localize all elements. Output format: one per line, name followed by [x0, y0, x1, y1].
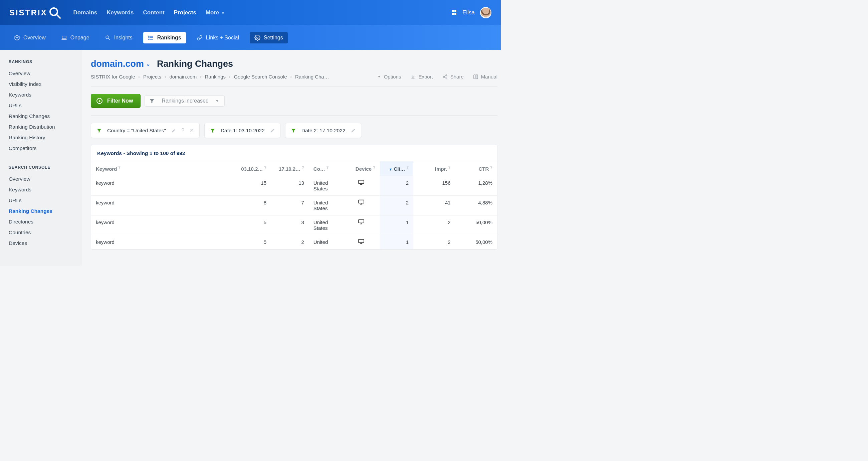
cell-date2: 3: [271, 215, 309, 235]
pencil-icon[interactable]: [171, 128, 176, 133]
magnifier-icon: [48, 6, 61, 19]
sidebar-item-keywords[interactable]: Keywords: [9, 89, 75, 100]
nav-content[interactable]: Content: [143, 9, 164, 16]
cell-clicks: 1: [380, 235, 413, 250]
help-icon[interactable]: ?: [302, 165, 304, 169]
sidebar-item-sc-ranking-changes[interactable]: Ranking Changes: [9, 206, 75, 217]
list-icon: [148, 35, 154, 41]
svg-point-6: [149, 39, 149, 39]
table-row[interactable]: keyword 5 3 United States 1 2 50,00%: [91, 215, 497, 235]
pencil-icon[interactable]: [351, 128, 355, 133]
nav-domains[interactable]: Domains: [73, 9, 97, 16]
cell-impr: 2: [413, 215, 455, 235]
help-icon[interactable]: ?: [406, 165, 409, 169]
logo[interactable]: SISTRIX: [9, 6, 61, 19]
crumb-2[interactable]: domain.com: [169, 74, 197, 80]
export-button[interactable]: Export: [410, 74, 433, 80]
sidebar-item-overview[interactable]: Overview: [9, 68, 75, 79]
crumb-1[interactable]: Projects: [143, 74, 161, 80]
cell-impr: 156: [413, 176, 455, 196]
pencil-icon[interactable]: [270, 128, 275, 133]
crumb-4[interactable]: Google Search Console: [234, 74, 287, 80]
nav-projects[interactable]: Projects: [174, 9, 196, 16]
svg-rect-12: [359, 200, 364, 203]
sidebar-item-urls[interactable]: URLs: [9, 100, 75, 111]
cell-device: [342, 215, 380, 235]
filter-chip-text: Date 2: 17.10.2022: [302, 127, 345, 134]
sidebar-item-ranking-changes[interactable]: Ranking Changes: [9, 111, 75, 122]
help-icon[interactable]: ?: [327, 165, 329, 169]
topbar: SISTRIX Domains Keywords Content Project…: [0, 0, 501, 25]
th-date2[interactable]: 17.10.2…?: [271, 161, 309, 176]
cell-date2: 2: [271, 235, 309, 250]
caret-down-icon: ▼: [215, 99, 219, 103]
cell-ctr: 50,00%: [455, 215, 497, 235]
th-country[interactable]: Co…?: [309, 161, 342, 176]
sidebar-item-sc-keywords[interactable]: Keywords: [9, 184, 75, 195]
crumb-0[interactable]: SISTRIX for Google: [91, 74, 135, 80]
cell-date2: 13: [271, 176, 309, 196]
help-icon[interactable]: ?: [490, 165, 492, 169]
sidebar-item-sc-overview[interactable]: Overview: [9, 174, 75, 184]
th-ctr[interactable]: CTR?: [455, 161, 497, 176]
manual-button[interactable]: Manual: [473, 74, 497, 80]
subtab-onpage[interactable]: Onpage: [56, 32, 94, 44]
sidebar-item-ranking-history[interactable]: Ranking History: [9, 132, 75, 143]
cell-country: United: [309, 235, 342, 250]
cell-impr: 41: [413, 196, 455, 215]
th-impr[interactable]: Impr.?: [413, 161, 455, 176]
sidebar-item-visibility-index[interactable]: Visibility Index: [9, 79, 75, 89]
subtab-rankings-label: Rankings: [157, 35, 181, 41]
laptop-icon: [61, 35, 67, 41]
help-icon[interactable]: ?: [448, 165, 451, 169]
subtab-overview[interactable]: Overview: [9, 32, 51, 44]
apps-grid-icon[interactable]: [452, 10, 457, 16]
nav-more[interactable]: More▼: [206, 9, 225, 16]
filter-now-button[interactable]: + Filter Now: [91, 94, 141, 108]
th-keyword[interactable]: Keyword?: [91, 161, 234, 176]
gear-icon: [254, 35, 260, 41]
keywords-card: Keywords - Showing 1 to 100 of 992 Keywo…: [91, 145, 497, 250]
table-row[interactable]: keyword 15 13 United States 2 156 1,28%: [91, 176, 497, 196]
sidebar-item-competitors[interactable]: Competitors: [9, 143, 75, 154]
th-clicks[interactable]: ▼Cli…?: [380, 161, 413, 176]
subtab-insights[interactable]: Insights: [100, 32, 137, 44]
help-icon[interactable]: ?: [181, 127, 184, 134]
domain-dropdown[interactable]: domain.com ⌄: [91, 59, 150, 69]
user-name[interactable]: Elisa: [462, 9, 475, 16]
crumb-3[interactable]: Rankings: [205, 74, 226, 80]
nav-keywords[interactable]: Keywords: [106, 9, 133, 16]
desktop-icon: [358, 239, 365, 244]
subtab-links-label: Links + Social: [206, 35, 239, 41]
avatar[interactable]: [480, 7, 491, 18]
manual-label: Manual: [481, 74, 497, 80]
help-icon[interactable]: ?: [264, 165, 267, 169]
sidebar-item-sc-directories[interactable]: Directories: [9, 217, 75, 227]
crumb-5[interactable]: Ranking Cha…: [295, 74, 329, 80]
filter-dropdown[interactable]: Rankings increased ▼: [145, 95, 224, 107]
sidebar-item-sc-devices[interactable]: Devices: [9, 238, 75, 249]
chevron-down-icon: ▼: [221, 11, 225, 15]
subtab-settings[interactable]: Settings: [250, 32, 288, 44]
subtab-rankings[interactable]: Rankings: [143, 32, 186, 44]
subtab-links-social[interactable]: Links + Social: [192, 32, 244, 44]
th-date1[interactable]: 03.10.2…?: [234, 161, 271, 176]
table-row[interactable]: keyword 8 7 United States 2 41 4,88%: [91, 196, 497, 215]
help-icon[interactable]: ?: [118, 165, 121, 169]
close-icon[interactable]: ✕: [190, 127, 194, 134]
cell-device: [342, 196, 380, 215]
share-button[interactable]: Share: [442, 74, 464, 80]
sidebar-item-sc-countries[interactable]: Countries: [9, 227, 75, 238]
cell-date2: 7: [271, 196, 309, 215]
options-dropdown[interactable]: ▾Options: [378, 74, 401, 80]
cell-ctr: 50,00%: [455, 235, 497, 250]
cell-clicks: 2: [380, 176, 413, 196]
svg-rect-13: [359, 220, 364, 223]
sidebar-item-ranking-distribution[interactable]: Ranking Distribution: [9, 122, 75, 132]
help-icon[interactable]: ?: [373, 165, 375, 169]
domain-name: domain.com: [91, 59, 144, 69]
svg-line-1: [57, 15, 60, 18]
sidebar-item-sc-urls[interactable]: URLs: [9, 195, 75, 206]
table-row[interactable]: keyword 5 2 United 1 2 50,00%: [91, 235, 497, 250]
th-device[interactable]: Device?: [342, 161, 380, 176]
